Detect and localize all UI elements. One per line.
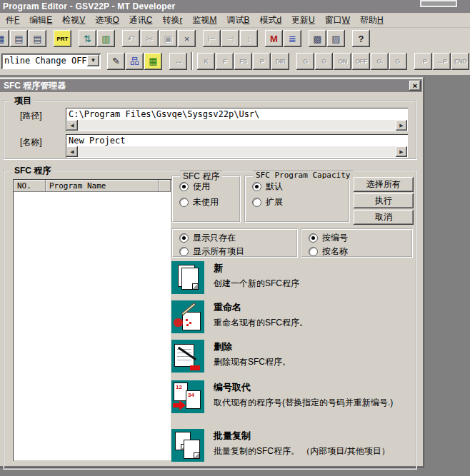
- program-list-body[interactable]: [14, 192, 171, 459]
- menu-mode[interactable]: 模式d: [254, 12, 286, 29]
- f-device-icon[interactable]: F: [216, 53, 234, 70]
- action-rename[interactable]: 重命名 重命名现有的SFC程序。: [171, 300, 420, 340]
- online-change-combobox[interactable]: nline Change OFF ▼: [1, 54, 101, 69]
- radio-show-existing[interactable]: 显示只存在: [179, 232, 296, 244]
- column-spare[interactable]: [159, 180, 171, 192]
- p-pointer-icon[interactable]: P: [253, 53, 271, 70]
- g-device-2-icon[interactable]: G: [315, 53, 333, 70]
- radio-by-number-icon[interactable]: [309, 233, 318, 243]
- off-icon[interactable]: OFF: [352, 53, 370, 70]
- action-batch-copy-desc: 批量复制的SFC程序。 （内部项目/其他项目）: [214, 445, 390, 457]
- fs-device-icon[interactable]: FS: [234, 53, 252, 70]
- toolbar-separator: [259, 30, 265, 47]
- new-sfc-icon: [171, 261, 204, 294]
- p-across-icon[interactable]: ↔P: [433, 53, 451, 70]
- name-scrollbar[interactable]: ◀ ▶: [66, 146, 407, 157]
- app-titlebar[interactable]: Program Editor - GSV22P - MT Developer: [0, 0, 470, 13]
- doc-line: [177, 360, 191, 360]
- window-tile-icon[interactable]: ▨: [327, 30, 345, 47]
- action-delete[interactable]: 删除 删除现有SFC程序。: [171, 340, 420, 380]
- radio-by-name-icon[interactable]: [309, 247, 318, 256]
- radio-extended-icon[interactable]: [252, 198, 261, 207]
- copy-icon[interactable]: ▣: [159, 30, 177, 47]
- column-no[interactable]: NO.: [14, 180, 46, 192]
- menu-convert[interactable]: 转换r: [157, 12, 187, 29]
- app-title: Program Editor - GSV22P - MT Developer: [3, 1, 175, 11]
- radio-by-number[interactable]: 按编号: [309, 232, 411, 244]
- transfer-icon[interactable]: ⇅: [79, 30, 96, 47]
- step-branch-icon[interactable]: ⊣: [221, 30, 239, 47]
- menu-window[interactable]: 窗口W: [320, 12, 355, 29]
- action-renumber[interactable]: 12 34 编号取代 取代现有的程序号(替换指定的号码并重新编号.): [171, 380, 420, 429]
- name-field[interactable]: New Project ◀ ▶: [66, 134, 408, 158]
- radio-use-icon[interactable]: [179, 182, 189, 191]
- action-text: 批量复制 批量复制的SFC程序。 （内部项目/其他项目）: [214, 429, 390, 457]
- delete-icon[interactable]: ×: [178, 30, 196, 47]
- path-field[interactable]: C:\Program Files\Gsvqe\Sysgsv22p\Usr\ ◀ …: [66, 108, 408, 131]
- print-preview-icon[interactable]: ▤: [10, 30, 28, 47]
- document-convert-icon[interactable]: ▥: [97, 30, 115, 47]
- dialog-titlebar[interactable]: SFC 程序管理器 ×: [0, 79, 422, 92]
- radio-unuse-icon[interactable]: [179, 198, 189, 207]
- g-device-1-icon[interactable]: G: [296, 53, 314, 70]
- action-batch-copy[interactable]: 批量复制 批量复制的SFC程序。 （内部项目/其他项目）: [171, 429, 420, 469]
- menu-monitor[interactable]: 监视M: [187, 12, 221, 29]
- program-list[interactable]: NO. Program Name: [13, 179, 171, 461]
- grid-table-icon[interactable]: ▦: [144, 53, 162, 70]
- scroll-left-icon[interactable]: ◀: [66, 146, 78, 157]
- k-constant-icon[interactable]: K: [197, 53, 215, 70]
- menu-update[interactable]: 更新U: [286, 12, 320, 29]
- print-icon[interactable]: ▤: [29, 30, 46, 47]
- transfer-2-icon[interactable]: ↔: [169, 53, 187, 70]
- cancel-button[interactable]: 取消: [354, 210, 414, 225]
- radio-show-existing-icon[interactable]: [179, 233, 189, 243]
- menu-options[interactable]: 选项O: [90, 12, 124, 29]
- path-scrollbar[interactable]: ◀ ▶: [66, 120, 407, 131]
- toolbar-separator: [408, 53, 414, 70]
- select-all-button[interactable]: 选择所有: [354, 177, 414, 192]
- g-down-1-icon[interactable]: G.: [371, 53, 389, 70]
- dir-icon[interactable]: DIR: [271, 53, 289, 70]
- delete-sfc-icon: [171, 340, 204, 373]
- end-step-icon[interactable]: END: [451, 53, 469, 70]
- radio-by-name[interactable]: 按名称: [309, 245, 411, 258]
- scroll-right-icon[interactable]: ▶: [396, 146, 407, 157]
- network-tree-icon[interactable]: 品: [126, 53, 144, 70]
- menu-debug[interactable]: 调试B: [221, 12, 254, 29]
- scroll-right-icon[interactable]: ▶: [396, 120, 407, 131]
- radio-default-icon[interactable]: [252, 182, 261, 191]
- monitor-batch-icon[interactable]: ≣: [284, 30, 301, 47]
- p-down-icon[interactable]: ↓P: [414, 53, 432, 70]
- menu-file[interactable]: 件F: [1, 12, 24, 29]
- g-down-2-icon[interactable]: G.: [389, 53, 407, 70]
- save-icon[interactable]: ▦: [0, 30, 9, 47]
- doc-fold: [192, 283, 198, 289]
- window-cascade-icon[interactable]: ▩: [309, 30, 326, 47]
- menu-edit[interactable]: 编辑E: [24, 12, 57, 29]
- radio-extended[interactable]: 扩展: [252, 196, 349, 208]
- column-program-name[interactable]: Program Name: [46, 180, 159, 192]
- menu-view[interactable]: 检视V: [57, 12, 90, 29]
- radio-show-all[interactable]: 显示所有项目: [179, 245, 296, 258]
- radio-default[interactable]: 默认: [252, 181, 349, 193]
- action-renumber-title: 编号取代: [214, 381, 393, 394]
- close-icon[interactable]: ×: [409, 81, 421, 91]
- monitor-mode-icon[interactable]: M: [265, 30, 283, 47]
- action-new[interactable]: 新 创建一个新的SFC程序: [171, 261, 420, 300]
- print-setup-icon[interactable]: PRT: [54, 30, 71, 47]
- undo-icon[interactable]: ↶: [122, 30, 140, 47]
- step-insert-icon[interactable]: ⊢: [203, 30, 221, 47]
- step-updown-icon[interactable]: ↕: [240, 30, 258, 47]
- help-icon[interactable]: ?: [352, 30, 370, 47]
- action-batch-copy-title: 批量复制: [214, 430, 390, 442]
- scroll-left-icon[interactable]: ◀: [66, 120, 78, 131]
- radio-show-all-icon[interactable]: [179, 247, 189, 256]
- chevron-down-icon[interactable]: ▼: [87, 55, 99, 66]
- radio-unuse[interactable]: 未使用: [179, 196, 239, 208]
- menu-comm[interactable]: 通讯C: [124, 12, 158, 29]
- on-icon[interactable]: ON: [334, 53, 351, 70]
- menu-help[interactable]: 帮助H: [355, 12, 389, 29]
- edit-quill-icon[interactable]: ✎: [107, 53, 125, 70]
- cut-icon[interactable]: ✂: [141, 30, 159, 47]
- execute-button[interactable]: 执行: [354, 193, 414, 208]
